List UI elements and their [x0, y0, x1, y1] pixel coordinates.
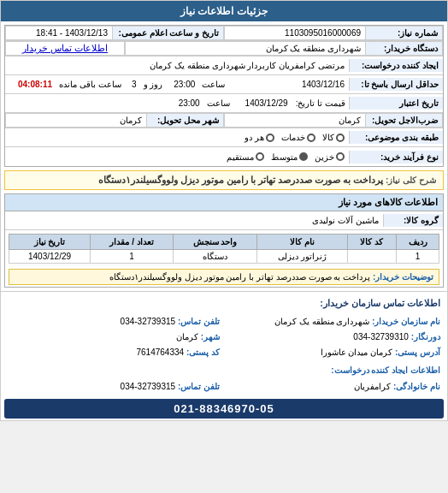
- type-motavaset-label: متوسط: [271, 152, 298, 162]
- city-value: کرمان: [6, 114, 146, 127]
- contact-tel-row: تلفن تماس: 32739315-034: [8, 314, 220, 329]
- phone-number: 021-88346970-05: [174, 402, 274, 415]
- requester-label: اطلاعات ایجاد کننده درخواست:: [331, 365, 440, 375]
- contact-address-row: آدرس پستی: کرمان میدان عاشورا: [228, 345, 440, 359]
- page-header: جزئیات اطلاعات نیاز: [1, 1, 447, 21]
- col-row: ردیف: [397, 235, 439, 250]
- radio-motavaset-icon: [299, 152, 308, 161]
- remain-val: 04:08:11: [5, 78, 56, 91]
- description-label: شرح کلی نیاز:: [386, 175, 436, 185]
- radio-direct-icon: [256, 152, 264, 161]
- col-qty: تعداد / مقدار: [91, 235, 174, 250]
- requester-name-value: کرامفریان: [354, 382, 391, 391]
- radio-both-icon: [266, 134, 274, 142]
- expire-time: 23:00: [170, 97, 204, 110]
- number-label: شماره نیاز:: [365, 27, 442, 39]
- date-value: 1403/12/13 - 18:41: [6, 27, 112, 39]
- contact-postal-row: کد پستی: 7614764334: [8, 345, 220, 359]
- category-kala[interactable]: کالا: [322, 133, 345, 142]
- category-radio-group: کالا خدمات هر دو: [240, 131, 349, 144]
- request-value: مرتضی کرامفریان کاربردار شهرداری منطقه ی…: [5, 59, 349, 72]
- expire-time-label: ساعت: [204, 98, 233, 108]
- expire-date: 1403/12/29: [233, 97, 292, 110]
- goods-section-header: اطلاعات کالاهای مورد نیاز: [5, 194, 443, 211]
- contact-postal-label: کد پستی:: [186, 347, 220, 357]
- request-label: ایجاد کننده درخواست:: [349, 59, 443, 72]
- radio-khaz-icon: [336, 152, 345, 161]
- radio-service-icon: [307, 134, 315, 142]
- description-box: شرح کلی نیاز: پرداخت به صورت صددرصد تهات…: [4, 170, 444, 190]
- type-direct-label: مستقیم: [227, 152, 254, 162]
- goods-section: اطلاعات کالاهای مورد نیاز گروه کالا: ماش…: [4, 193, 444, 288]
- contact-address-value: کرمان میدان عاشورا: [321, 347, 393, 357]
- group-label: گروه کالا:: [383, 214, 443, 227]
- contact-tel-value: 32739315-034: [121, 317, 176, 326]
- col-unit: واحد سنجش: [174, 235, 257, 250]
- buyer-note-label: توضیحات خریدار:: [373, 272, 433, 282]
- contact-name-label: نام سازمان خریدار:: [372, 317, 440, 326]
- col-name: نام کالا: [256, 235, 347, 250]
- contact-postal-value: 7614764334: [136, 347, 184, 357]
- contact-title: اطلاعات تماس سازمان خریدار:: [8, 295, 440, 312]
- requester-details: نام خانوادگی: کرامفریان تلفن تماس: 32739…: [8, 379, 440, 394]
- contact-address-label: آدرس پستی:: [395, 347, 440, 357]
- contact-fax-label: دورنگار:: [411, 332, 440, 342]
- contact-city-value: کرمان: [176, 332, 198, 342]
- category-both-label: هر دو: [245, 133, 264, 142]
- type-direct[interactable]: مستقیم: [227, 152, 264, 162]
- requester-tel-row: تلفن تماس: 32739315-034: [8, 379, 220, 394]
- delivery-value: کرمان: [225, 114, 365, 127]
- contact-tel-label: تلفن تماس:: [178, 317, 220, 326]
- goods-table-container: ردیف کد کالا نام کالا واحد سنجش تعداد / …: [5, 230, 443, 267]
- contact-fax-row: دورنگار: 32739310-034: [228, 330, 440, 344]
- type-khaz-label: خزین: [315, 152, 334, 162]
- send-date-label: حداقل ارسال باسخ تا:: [349, 78, 443, 91]
- type-label: نوع فرآیند خرید:: [349, 151, 443, 163]
- expire-label: تاریخ اعتبار: [349, 97, 443, 110]
- goods-title: اطلاعات کالاهای مورد نیاز: [339, 197, 438, 207]
- cell-code: [347, 250, 397, 264]
- contact-fax-value: 32739310-034: [353, 332, 409, 342]
- cell-unit: دستگاه: [174, 250, 257, 264]
- type-khaz[interactable]: خزین: [315, 152, 345, 162]
- order-info-section: شماره نیاز: 1103095016000069 تاریخ و ساع…: [4, 25, 444, 167]
- category-service-label: خدمات: [281, 133, 305, 142]
- category-both[interactable]: هر دو: [245, 133, 274, 142]
- city-label: شهر محل تحویل:: [146, 114, 223, 127]
- source-label: دستگاه خریدار:: [365, 42, 442, 55]
- buyer-note-text: پرداخت به صورت صددرصد تهاتر با رامین موت…: [109, 272, 370, 282]
- cell-date: 1403/12/29: [9, 250, 91, 264]
- goods-table: ردیف کد کالا نام کالا واحد سنجش تعداد / …: [9, 234, 439, 264]
- days-label: روز و: [141, 80, 166, 89]
- source-value: شهرداری منطقه یک کرمان: [126, 42, 365, 55]
- table-row: 1 ژنراتور دیزلی دستگاه 1 1403/12/29: [9, 250, 439, 264]
- cell-row: 1: [397, 250, 439, 264]
- cell-qty: 1: [91, 250, 174, 264]
- category-label: طبقه بندی موضوعی:: [349, 131, 443, 144]
- delivery-label: ضرب‌الاجل تحویل:: [365, 114, 442, 127]
- requester-name-label: نام خانوادگی:: [393, 382, 440, 391]
- category-kala-label: کالا: [322, 133, 334, 142]
- col-date: تاریخ نیاز: [9, 235, 91, 250]
- description-text: پرداخت به صورت صددرصد تهاتر با رامین موت…: [98, 175, 384, 185]
- type-motavaset[interactable]: متوسط: [271, 152, 308, 162]
- send-date-time1: 23:00: [165, 78, 199, 91]
- buyer-note-box: توضیحات خریدار: پرداخت به صورت صددرصد ته…: [9, 269, 439, 285]
- buyer-contact-link[interactable]: اطلاعات تماس خریدار: [22, 43, 108, 54]
- phone-display-bar: 021-88346970-05: [4, 399, 444, 419]
- remain-label: ساعت باقی مانده: [56, 80, 124, 89]
- send-date-time-label: ساعت: [199, 80, 227, 89]
- contact-name-value: شهرداری منطقه یک کرمان: [274, 317, 369, 326]
- header-title: جزئیات اطلاعات نیاز: [180, 5, 268, 17]
- category-service[interactable]: خدمات: [281, 133, 315, 142]
- col-code: کد کالا: [347, 235, 397, 250]
- date-label: تاریخ و ساعت اعلام عمومی:: [112, 27, 223, 39]
- send-date-date1: 1403/12/16: [227, 78, 349, 91]
- requester-tel-label: تلفن تماس:: [178, 382, 220, 391]
- type-radio-group: خزین متوسط مستقیم: [222, 151, 349, 163]
- number-value: 1103095016000069: [225, 27, 365, 39]
- radio-kala-icon: [336, 134, 345, 142]
- requester-info: اطلاعات ایجاد کننده درخواست:: [8, 363, 440, 377]
- contact-name-row: نام سازمان خریدار: شهرداری منطقه یک کرما…: [228, 314, 440, 329]
- expire-note: قیمت‌ تا تاریخ:: [292, 98, 349, 108]
